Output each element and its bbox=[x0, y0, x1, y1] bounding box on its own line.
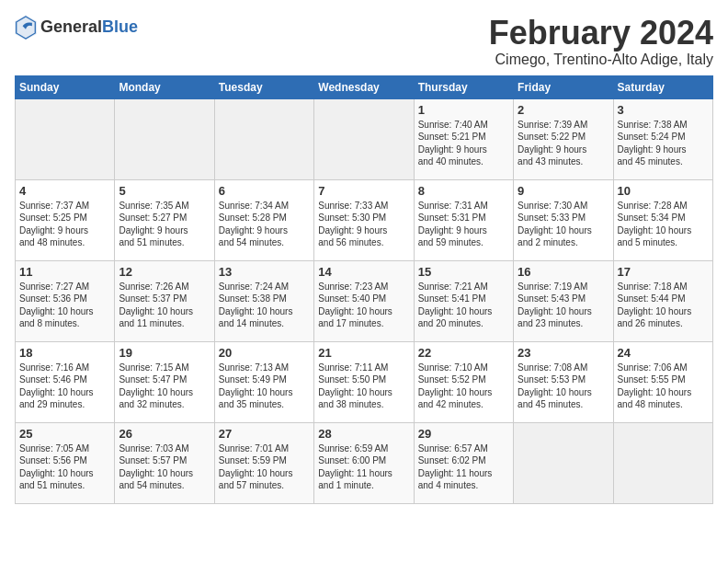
day-number: 3 bbox=[618, 103, 709, 117]
day-info: Sunrise: 7:11 AM Sunset: 5:50 PM Dayligh… bbox=[318, 362, 409, 411]
day-info: Sunrise: 6:57 AM Sunset: 6:02 PM Dayligh… bbox=[418, 442, 509, 492]
day-number: 20 bbox=[219, 346, 310, 360]
day-number: 18 bbox=[19, 346, 110, 360]
day-number: 11 bbox=[19, 265, 110, 279]
title-block: February 2024 Cimego, Trentino-Alto Adig… bbox=[489, 15, 713, 68]
day-number: 9 bbox=[518, 184, 609, 198]
day-info: Sunrise: 7:37 AM Sunset: 5:25 PM Dayligh… bbox=[19, 200, 110, 249]
day-number: 12 bbox=[119, 265, 210, 279]
calendar-day-cell: 2Sunrise: 7:39 AM Sunset: 5:22 PM Daylig… bbox=[514, 98, 613, 179]
day-of-week-header: Monday bbox=[115, 75, 214, 98]
day-info: Sunrise: 7:28 AM Sunset: 5:34 PM Dayligh… bbox=[618, 200, 709, 249]
calendar-day-cell: 1Sunrise: 7:40 AM Sunset: 5:21 PM Daylig… bbox=[414, 98, 513, 179]
calendar-day-cell: 9Sunrise: 7:30 AM Sunset: 5:33 PM Daylig… bbox=[514, 179, 613, 260]
calendar-day-cell: 25Sunrise: 7:05 AM Sunset: 5:56 PM Dayli… bbox=[16, 422, 115, 503]
logo-icon bbox=[15, 15, 37, 40]
day-info: Sunrise: 7:23 AM Sunset: 5:40 PM Dayligh… bbox=[318, 281, 409, 330]
day-number: 27 bbox=[219, 427, 310, 441]
day-info: Sunrise: 7:03 AM Sunset: 5:57 PM Dayligh… bbox=[119, 442, 210, 492]
calendar-week-row: 18Sunrise: 7:16 AM Sunset: 5:46 PM Dayli… bbox=[16, 341, 713, 422]
day-info: Sunrise: 7:33 AM Sunset: 5:30 PM Dayligh… bbox=[318, 200, 409, 249]
day-info: Sunrise: 7:39 AM Sunset: 5:22 PM Dayligh… bbox=[518, 119, 609, 168]
calendar-week-row: 11Sunrise: 7:27 AM Sunset: 5:36 PM Dayli… bbox=[16, 260, 713, 341]
day-number: 14 bbox=[318, 265, 409, 279]
day-number: 8 bbox=[418, 184, 509, 198]
day-info: Sunrise: 7:26 AM Sunset: 5:37 PM Dayligh… bbox=[119, 281, 210, 330]
day-number: 10 bbox=[618, 184, 709, 198]
day-info: Sunrise: 7:08 AM Sunset: 5:53 PM Dayligh… bbox=[518, 362, 609, 411]
day-number: 2 bbox=[518, 103, 609, 117]
day-info: Sunrise: 7:16 AM Sunset: 5:46 PM Dayligh… bbox=[19, 362, 110, 411]
day-of-week-header: Sunday bbox=[16, 75, 115, 98]
day-info: Sunrise: 7:34 AM Sunset: 5:28 PM Dayligh… bbox=[219, 200, 310, 249]
day-info: Sunrise: 7:30 AM Sunset: 5:33 PM Dayligh… bbox=[518, 200, 609, 249]
day-info: Sunrise: 7:38 AM Sunset: 5:24 PM Dayligh… bbox=[618, 119, 709, 168]
calendar-day-cell bbox=[314, 98, 414, 179]
day-number: 1 bbox=[418, 103, 509, 117]
calendar-day-cell bbox=[514, 422, 613, 503]
calendar-day-cell bbox=[214, 98, 313, 179]
calendar-week-row: 1Sunrise: 7:40 AM Sunset: 5:21 PM Daylig… bbox=[16, 98, 713, 179]
calendar-week-row: 25Sunrise: 7:05 AM Sunset: 5:56 PM Dayli… bbox=[16, 422, 713, 503]
day-info: Sunrise: 7:05 AM Sunset: 5:56 PM Dayligh… bbox=[19, 442, 110, 492]
day-info: Sunrise: 7:21 AM Sunset: 5:41 PM Dayligh… bbox=[418, 281, 509, 330]
day-info: Sunrise: 7:19 AM Sunset: 5:43 PM Dayligh… bbox=[518, 281, 609, 330]
day-info: Sunrise: 7:35 AM Sunset: 5:27 PM Dayligh… bbox=[119, 200, 210, 249]
day-number: 26 bbox=[119, 427, 210, 441]
day-number: 19 bbox=[119, 346, 210, 360]
day-info: Sunrise: 6:59 AM Sunset: 6:00 PM Dayligh… bbox=[318, 442, 409, 492]
calendar-table: SundayMondayTuesdayWednesdayThursdayFrid… bbox=[15, 75, 713, 504]
day-info: Sunrise: 7:27 AM Sunset: 5:36 PM Dayligh… bbox=[19, 281, 110, 330]
calendar-day-cell: 29Sunrise: 6:57 AM Sunset: 6:02 PM Dayli… bbox=[414, 422, 513, 503]
day-number: 6 bbox=[219, 184, 310, 198]
calendar-header: SundayMondayTuesdayWednesdayThursdayFrid… bbox=[16, 75, 713, 98]
calendar-day-cell bbox=[16, 98, 115, 179]
day-info: Sunrise: 7:24 AM Sunset: 5:38 PM Dayligh… bbox=[219, 281, 310, 330]
calendar-day-cell: 26Sunrise: 7:03 AM Sunset: 5:57 PM Dayli… bbox=[115, 422, 214, 503]
day-number: 15 bbox=[418, 265, 509, 279]
calendar-subtitle: Cimego, Trentino-Alto Adige, Italy bbox=[489, 52, 713, 68]
day-of-week-header: Saturday bbox=[613, 75, 712, 98]
day-number: 29 bbox=[418, 427, 509, 441]
day-info: Sunrise: 7:18 AM Sunset: 5:44 PM Dayligh… bbox=[618, 281, 709, 330]
calendar-day-cell: 24Sunrise: 7:06 AM Sunset: 5:55 PM Dayli… bbox=[613, 341, 712, 422]
day-of-week-header: Friday bbox=[514, 75, 613, 98]
day-number: 25 bbox=[19, 427, 110, 441]
day-info: Sunrise: 7:15 AM Sunset: 5:47 PM Dayligh… bbox=[119, 362, 210, 411]
day-number: 5 bbox=[119, 184, 210, 198]
calendar-day-cell: 23Sunrise: 7:08 AM Sunset: 5:53 PM Dayli… bbox=[514, 341, 613, 422]
calendar-day-cell: 27Sunrise: 7:01 AM Sunset: 5:59 PM Dayli… bbox=[214, 422, 313, 503]
calendar-title: February 2024 bbox=[489, 15, 713, 52]
day-info: Sunrise: 7:13 AM Sunset: 5:49 PM Dayligh… bbox=[219, 362, 310, 411]
calendar-day-cell: 20Sunrise: 7:13 AM Sunset: 5:49 PM Dayli… bbox=[214, 341, 313, 422]
day-number: 23 bbox=[518, 346, 609, 360]
calendar-day-cell: 3Sunrise: 7:38 AM Sunset: 5:24 PM Daylig… bbox=[613, 98, 712, 179]
calendar-day-cell: 5Sunrise: 7:35 AM Sunset: 5:27 PM Daylig… bbox=[115, 179, 214, 260]
calendar-day-cell: 14Sunrise: 7:23 AM Sunset: 5:40 PM Dayli… bbox=[314, 260, 414, 341]
calendar-day-cell: 12Sunrise: 7:26 AM Sunset: 5:37 PM Dayli… bbox=[115, 260, 214, 341]
calendar-day-cell: 19Sunrise: 7:15 AM Sunset: 5:47 PM Dayli… bbox=[115, 341, 214, 422]
day-number: 16 bbox=[518, 265, 609, 279]
logo-blue: Blue bbox=[102, 17, 138, 36]
calendar-day-cell bbox=[613, 422, 712, 503]
day-number: 4 bbox=[19, 184, 110, 198]
day-info: Sunrise: 7:06 AM Sunset: 5:55 PM Dayligh… bbox=[618, 362, 709, 411]
calendar-day-cell: 18Sunrise: 7:16 AM Sunset: 5:46 PM Dayli… bbox=[16, 341, 115, 422]
calendar-day-cell: 4Sunrise: 7:37 AM Sunset: 5:25 PM Daylig… bbox=[16, 179, 115, 260]
logo-general: General bbox=[40, 17, 102, 36]
calendar-day-cell: 28Sunrise: 6:59 AM Sunset: 6:00 PM Dayli… bbox=[314, 422, 414, 503]
day-number: 28 bbox=[318, 427, 409, 441]
calendar-day-cell: 6Sunrise: 7:34 AM Sunset: 5:28 PM Daylig… bbox=[214, 179, 313, 260]
day-number: 24 bbox=[618, 346, 709, 360]
day-info: Sunrise: 7:40 AM Sunset: 5:21 PM Dayligh… bbox=[418, 119, 509, 168]
day-info: Sunrise: 7:01 AM Sunset: 5:59 PM Dayligh… bbox=[219, 442, 310, 492]
day-number: 22 bbox=[418, 346, 509, 360]
calendar-day-cell: 22Sunrise: 7:10 AM Sunset: 5:52 PM Dayli… bbox=[414, 341, 513, 422]
calendar-week-row: 4Sunrise: 7:37 AM Sunset: 5:25 PM Daylig… bbox=[16, 179, 713, 260]
calendar-day-cell: 21Sunrise: 7:11 AM Sunset: 5:50 PM Dayli… bbox=[314, 341, 414, 422]
day-number: 17 bbox=[618, 265, 709, 279]
calendar-day-cell: 13Sunrise: 7:24 AM Sunset: 5:38 PM Dayli… bbox=[214, 260, 313, 341]
calendar-day-cell: 7Sunrise: 7:33 AM Sunset: 5:30 PM Daylig… bbox=[314, 179, 414, 260]
day-info: Sunrise: 7:10 AM Sunset: 5:52 PM Dayligh… bbox=[418, 362, 509, 411]
day-number: 21 bbox=[318, 346, 409, 360]
